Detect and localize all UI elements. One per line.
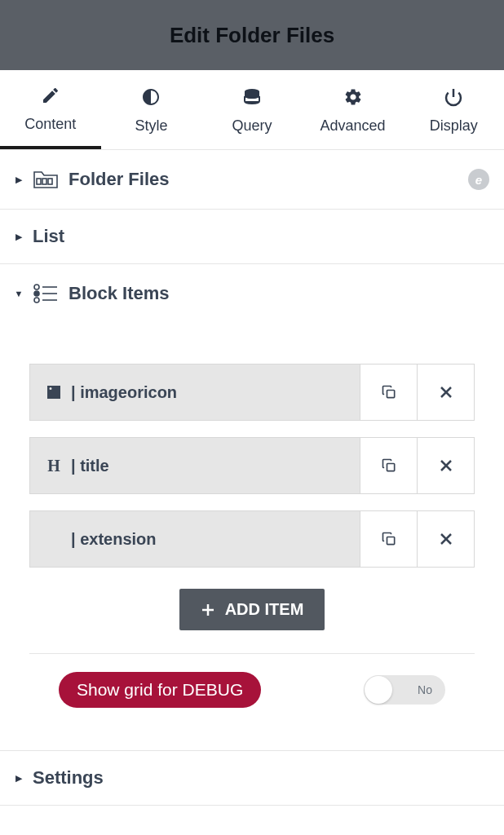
- svg-rect-4: [48, 179, 52, 184]
- tab-label: Style: [135, 117, 167, 135]
- contrast-icon: [140, 86, 161, 108]
- tab-advanced[interactable]: Advanced: [303, 70, 404, 149]
- copy-icon: [381, 457, 397, 474]
- add-item-row: ADD ITEM: [29, 589, 475, 630]
- svg-rect-11: [387, 391, 394, 398]
- debug-badge: Show grid for DEBUG: [59, 672, 261, 708]
- copy-icon: [381, 531, 397, 547]
- folder-files-icon: [33, 166, 59, 192]
- section-header-settings[interactable]: ▶ Settings: [0, 751, 504, 805]
- copy-button[interactable]: [360, 438, 417, 493]
- tab-query[interactable]: Query: [201, 70, 303, 149]
- tab-label: Content: [24, 116, 76, 133]
- block-item-main[interactable]: | imageoricon: [30, 364, 360, 420]
- block-item: | extension: [29, 510, 475, 568]
- add-item-button[interactable]: ADD ITEM: [179, 589, 325, 630]
- plus-icon: [201, 603, 215, 617]
- section-block-items: ▼ Block Items | imageoricon: [0, 264, 504, 750]
- power-icon: [443, 86, 464, 108]
- chevron-down-icon: ▼: [15, 289, 23, 298]
- section-title: Settings: [33, 767, 104, 789]
- section-title: Block Items: [69, 283, 170, 304]
- close-icon: [439, 385, 453, 400]
- add-item-label: ADD ITEM: [225, 600, 304, 619]
- chevron-right-icon: ▶: [15, 774, 23, 782]
- svg-rect-14: [387, 464, 394, 471]
- copy-icon: [381, 384, 397, 400]
- toggle-label: No: [418, 683, 432, 696]
- block-item: H | title: [29, 437, 475, 494]
- blank-icon: [45, 530, 63, 548]
- copy-button[interactable]: [360, 511, 417, 567]
- delete-button[interactable]: [417, 438, 474, 493]
- chevron-right-icon: ▶: [15, 232, 23, 241]
- tab-content[interactable]: Content: [0, 70, 101, 149]
- close-icon: [439, 532, 453, 546]
- svg-point-5: [34, 285, 39, 289]
- section-title: Folder Files: [69, 169, 169, 190]
- tabs: Content Style Query Advanced Display: [0, 70, 504, 150]
- block-item-label: | extension: [71, 530, 157, 549]
- pencil-icon: [40, 85, 61, 106]
- copy-button[interactable]: [360, 364, 417, 420]
- section-title: List: [33, 226, 64, 247]
- elementor-badge-icon: e: [468, 169, 489, 190]
- block-item-main[interactable]: | extension: [30, 511, 360, 567]
- tab-label: Display: [430, 117, 478, 135]
- block-items-body: | imageoricon H | title: [0, 323, 504, 750]
- image-icon: [45, 383, 63, 401]
- block-item: | imageoricon: [29, 364, 475, 421]
- block-item-label: | imageoricon: [71, 383, 177, 402]
- header-bar: Edit Folder Files: [0, 0, 504, 70]
- debug-row: Show grid for DEBUG No: [29, 653, 475, 726]
- section-header-list[interactable]: ▶ List: [0, 210, 504, 263]
- svg-rect-2: [37, 179, 41, 184]
- gear-icon: [343, 86, 364, 108]
- svg-point-6: [34, 291, 39, 296]
- tab-label: Advanced: [321, 117, 386, 135]
- section-list: ▶ List: [0, 210, 504, 264]
- tab-style[interactable]: Style: [101, 70, 202, 149]
- database-icon: [241, 86, 263, 108]
- svg-point-7: [34, 298, 39, 303]
- block-items-icon: [33, 281, 59, 307]
- page-title: Edit Folder Files: [170, 23, 334, 48]
- heading-icon: H: [45, 457, 63, 475]
- block-item-main[interactable]: H | title: [30, 438, 360, 493]
- section-folder-files: ▶ Folder Files e: [0, 150, 504, 210]
- delete-button[interactable]: [417, 364, 474, 420]
- delete-button[interactable]: [417, 511, 474, 567]
- toggle-knob: [365, 676, 392, 704]
- svg-rect-17: [387, 537, 394, 545]
- section-header-folder-files[interactable]: ▶ Folder Files e: [0, 150, 504, 209]
- section-header-block-items[interactable]: ▼ Block Items: [0, 264, 504, 323]
- svg-rect-3: [42, 179, 46, 184]
- tab-display[interactable]: Display: [403, 70, 504, 149]
- close-icon: [439, 458, 453, 473]
- section-settings: ▶ Settings: [0, 750, 504, 806]
- chevron-right-icon: ▶: [15, 175, 23, 183]
- debug-toggle[interactable]: No: [364, 675, 445, 705]
- tab-label: Query: [232, 117, 272, 135]
- block-item-label: | title: [71, 457, 109, 475]
